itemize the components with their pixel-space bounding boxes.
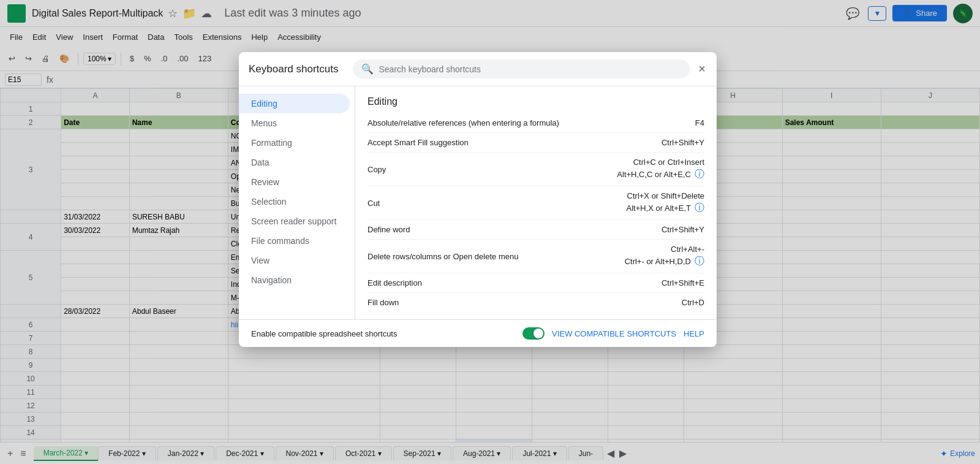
- shortcut-keys-copy: Ctrl+C or Ctrl+Insert Alt+H,C,C or Alt+E…: [617, 158, 704, 181]
- shortcut-row-filldown: Fill down Ctrl+D: [368, 293, 704, 312]
- sidebar-nav-formatting[interactable]: Formatting: [239, 133, 350, 153]
- help-button[interactable]: HELP: [684, 329, 704, 338]
- shortcut-keys-filldown: Ctrl+D: [682, 298, 704, 307]
- view-compatible-shortcuts-button[interactable]: VIEW COMPATIBLE SHORTCUTS: [552, 329, 676, 338]
- sidebar-nav-review[interactable]: Review: [239, 172, 350, 192]
- shortcut-desc-copy: Copy: [368, 165, 609, 174]
- shortcut-desc-editdesc: Edit description: [368, 278, 654, 287]
- dialog-body: Editing Menus Formatting Data Review Sel…: [239, 86, 717, 319]
- dialog-title: Keyboard shortcuts: [249, 63, 338, 75]
- info-icon-copy[interactable]: ⓘ: [695, 168, 704, 181]
- shortcut-row-editdesc: Edit description Ctrl+Shift+E: [368, 273, 704, 293]
- shortcut-row-cut: Cut Ctrl+X or Shift+Delete Alt+H,X or Al…: [368, 186, 704, 220]
- shortcut-desc-absolute: Absolute/relative references (when enter…: [368, 118, 688, 127]
- content-title: Editing: [368, 86, 704, 113]
- shortcut-desc-cut: Cut: [368, 199, 619, 208]
- shortcut-keys-smartfill: Ctrl+Shift+Y: [662, 138, 704, 147]
- sidebar-nav-screen-reader[interactable]: Screen reader support: [239, 211, 350, 231]
- shortcut-desc-filldown: Fill down: [368, 298, 674, 307]
- shortcut-keys-define: Ctrl+Shift+Y: [662, 225, 704, 234]
- shortcut-desc-delete: Delete rows/columns or Open delete menu: [368, 252, 617, 261]
- toggle-switch[interactable]: [522, 327, 545, 340]
- shortcut-desc-define: Define word: [368, 225, 654, 234]
- shortcut-keys-editdesc: Ctrl+Shift+E: [662, 278, 704, 287]
- shortcut-row-copy: Copy Ctrl+C or Ctrl+Insert Alt+H,C,C or …: [368, 153, 704, 186]
- dialog-content: Editing Absolute/relative references (wh…: [355, 86, 717, 319]
- sidebar-nav-navigation[interactable]: Navigation: [239, 270, 350, 290]
- sidebar-nav-selection[interactable]: Selection: [239, 192, 350, 211]
- dialog-sidebar: Editing Menus Formatting Data Review Sel…: [239, 86, 355, 319]
- sidebar-nav-file-commands[interactable]: File commands: [239, 231, 350, 251]
- toggle-label: Enable compatible spreadsheet shortcuts: [251, 329, 397, 338]
- shortcut-keys-absolute: F4: [695, 118, 704, 127]
- sidebar-nav-view[interactable]: View: [239, 251, 350, 270]
- dialog-header: Keyboard shortcuts 🔍 ×: [239, 52, 717, 86]
- sidebar-nav-data[interactable]: Data: [239, 153, 350, 172]
- info-icon-delete[interactable]: ⓘ: [695, 255, 704, 268]
- shortcut-row-delete: Delete rows/columns or Open delete menu …: [368, 240, 704, 273]
- close-dialog-button[interactable]: ×: [697, 61, 707, 77]
- search-input[interactable]: [379, 64, 681, 74]
- shortcut-row-absolute: Absolute/relative references (when enter…: [368, 113, 704, 133]
- info-icon-cut[interactable]: ⓘ: [695, 202, 704, 215]
- shortcut-keys-delete: Ctrl+Alt+- Ctrl+- or Alt+H,D,D ⓘ: [625, 245, 704, 268]
- shortcut-row-smartfill: Accept Smart Fill suggestion Ctrl+Shift+…: [368, 133, 704, 153]
- sidebar-nav-menus[interactable]: Menus: [239, 113, 350, 133]
- shortcuts-dialog: Keyboard shortcuts 🔍 × Editing Menus For…: [239, 52, 717, 347]
- dialog-footer: Enable compatible spreadsheet shortcuts …: [239, 319, 717, 347]
- sidebar-nav-editing[interactable]: Editing: [239, 94, 350, 113]
- shortcut-desc-smartfill: Accept Smart Fill suggestion: [368, 138, 654, 147]
- toggle-knob: [533, 329, 543, 338]
- shortcut-keys-cut: Ctrl+X or Shift+Delete Alt+H,X or Alt+E,…: [627, 191, 705, 215]
- search-icon: 🔍: [361, 63, 374, 75]
- shortcut-row-define: Define word Ctrl+Shift+Y: [368, 220, 704, 240]
- search-box[interactable]: 🔍: [353, 59, 690, 78]
